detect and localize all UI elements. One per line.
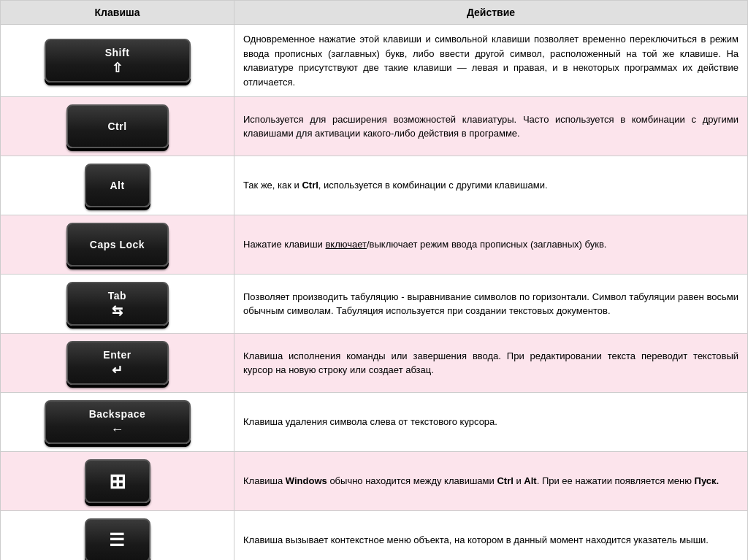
table-row: AltТак же, как и Ctrl, используется в ко…	[1, 156, 748, 215]
table-row: Backspace←Клавиша удаления символа слева…	[1, 393, 748, 452]
key-label-text: ⊞	[109, 469, 126, 494]
key-cell: ⊞	[1, 452, 234, 511]
key-cell: Alt	[1, 156, 234, 215]
key-cell: Caps Lock	[1, 215, 234, 275]
key-cell: Tab⇆	[1, 275, 234, 334]
key-icon-symbol: ↵	[112, 364, 123, 377]
table-row: Caps LockНажатие клавиши включает/выключ…	[1, 215, 748, 275]
table-row: Enter↵Клавиша исполнения команды или зав…	[1, 334, 748, 393]
key-label-text: Alt	[110, 180, 124, 191]
key-button: ☰	[85, 518, 150, 560]
key-button: ⊞	[85, 459, 150, 503]
key-icon-symbol: ⇧	[112, 61, 123, 74]
description-cell: Клавиша исполнения команды или завершени…	[234, 334, 748, 393]
key-button: Enter↵	[66, 341, 169, 385]
key-label-text: Enter	[103, 349, 131, 361]
description-cell: Клавиша вызывает контекстное меню объект…	[234, 511, 748, 561]
description-cell: Позволяет производить табуляцию - выравн…	[234, 275, 748, 334]
key-button: Tab⇆	[66, 282, 169, 326]
description-cell: Клавиша Windows обычно находится между к…	[234, 452, 748, 511]
key-label-text: Caps Lock	[90, 239, 145, 250]
key-button: Shift⇧	[45, 39, 191, 83]
key-label-text: Ctrl	[107, 120, 126, 132]
description-cell: Используется для расширения возможностей…	[234, 97, 748, 156]
col-header-action: Действие	[234, 1, 748, 25]
col-header-key: Клавиша	[1, 1, 234, 25]
table-row: Tab⇆Позволяет производить табуляцию - вы…	[1, 275, 748, 334]
key-icon-symbol: ←	[111, 423, 124, 436]
key-icon-symbol: ⇆	[112, 304, 123, 318]
key-cell: Enter↵	[1, 334, 234, 393]
table-row: Shift⇧Одновременное нажатие этой клавиши…	[1, 25, 748, 97]
description-cell: Так же, как и Ctrl, используется в комби…	[234, 156, 748, 215]
key-button: Ctrl	[66, 104, 169, 148]
key-button: Backspace←	[45, 400, 191, 444]
key-label-text: Shift	[105, 47, 130, 58]
description-cell: Клавиша удаления символа слева от тексто…	[234, 393, 748, 452]
key-cell: Ctrl	[1, 97, 234, 156]
key-label-text: ☰	[109, 530, 126, 551]
key-button: Caps Lock	[66, 223, 169, 266]
table-row: ☰Клавиша вызывает контекстное меню объек…	[1, 511, 748, 561]
table-row: ⊞Клавиша Windows обычно находится между …	[1, 452, 748, 511]
key-cell: Backspace←	[1, 393, 234, 452]
description-cell: Нажатие клавиши включает/выключает режим…	[234, 215, 748, 275]
key-cell: Shift⇧	[1, 25, 234, 97]
table-row: CtrlИспользуется для расширения возможно…	[1, 97, 748, 156]
key-label-text: Tab	[108, 290, 126, 302]
description-cell: Одновременное нажатие этой клавиши и сим…	[234, 25, 748, 97]
key-label-text: Backspace	[89, 408, 146, 420]
key-button: Alt	[85, 164, 150, 207]
key-cell: ☰	[1, 511, 234, 561]
